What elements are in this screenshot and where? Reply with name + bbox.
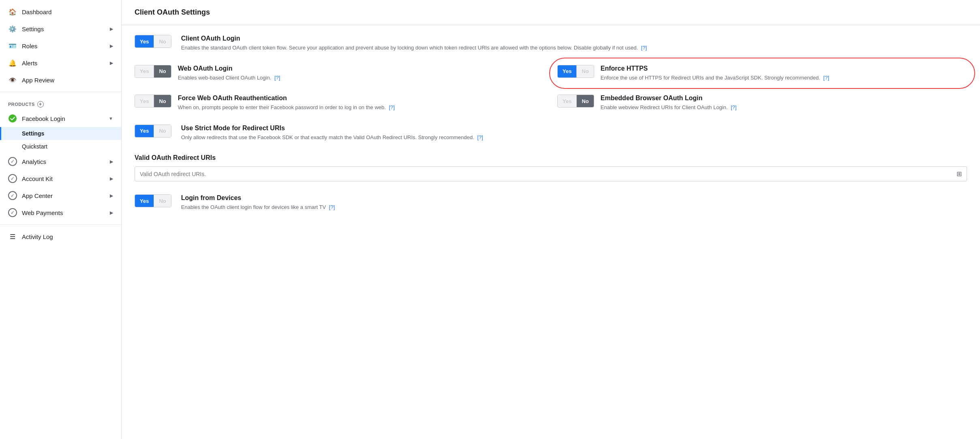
sidebar-item-label: Alerts: [22, 60, 110, 67]
divider: [0, 92, 121, 92]
setting-col-web-oauth: Yes No Web OAuth Login Enables web-based…: [135, 65, 544, 82]
setting-info-force-web-oauth: Force Web OAuth Reauthentication When on…: [178, 95, 544, 112]
sidebar-item-label: Dashboard: [22, 9, 113, 15]
roles-icon: 🪪: [8, 41, 17, 50]
toggle-web-oauth[interactable]: Yes No: [135, 65, 171, 78]
valid-uris-section: Valid OAuth Redirect URIs ⊞: [135, 154, 967, 181]
setting-title: Use Strict Mode for Redirect URIs: [181, 125, 967, 132]
setting-desc: Only allow redirects that use the Facebo…: [181, 133, 967, 142]
toggle-no-button[interactable]: No: [154, 65, 171, 78]
circle-check-icon: ✓: [8, 157, 17, 166]
toggle-strict-mode[interactable]: Yes No: [135, 125, 171, 138]
setting-desc: Enable webview Redirect URIs for Client …: [601, 103, 967, 112]
sidebar-item-label: Settings: [22, 26, 110, 32]
chevron-right-icon: ▶: [110, 210, 113, 215]
help-link[interactable]: [?]: [641, 45, 647, 51]
setting-title: Client OAuth Login: [181, 35, 967, 42]
toggle-yes-button[interactable]: Yes: [135, 65, 154, 78]
sidebar-item-label: Facebook Login: [22, 115, 109, 122]
help-link[interactable]: [?]: [329, 204, 335, 210]
chevron-right-icon: ▶: [110, 60, 113, 66]
sidebar-item-label: Activity Log: [22, 233, 113, 240]
toggle-login-devices[interactable]: Yes No: [135, 194, 171, 207]
main-content: Client OAuth Settings Yes No Client OAut…: [122, 0, 980, 439]
bell-icon: 🔔: [8, 58, 17, 67]
circle-check-icon: ✓: [8, 208, 17, 217]
setting-desc: Enables web-based Client OAuth Login. [?…: [178, 74, 544, 82]
setting-desc: Enforce the use of HTTPS for Redirect UR…: [601, 74, 967, 82]
toggle-no-button[interactable]: No: [154, 95, 171, 108]
sidebar-item-activity-log[interactable]: ☰ Activity Log: [0, 228, 121, 245]
eye-icon: 👁️: [8, 75, 17, 84]
toggle-embedded-browser[interactable]: Yes No: [557, 95, 594, 108]
setting-info-embedded-browser: Embedded Browser OAuth Login Enable webv…: [601, 95, 967, 112]
two-col-row-2: Yes No Force Web OAuth Reauthentication …: [135, 95, 967, 112]
sidebar-item-label: Analytics: [22, 158, 110, 165]
products-section-header: PRODUCTS +: [0, 95, 121, 110]
toggle-force-web-oauth[interactable]: Yes No: [135, 95, 171, 108]
setting-info-strict-mode: Use Strict Mode for Redirect URIs Only a…: [181, 125, 967, 142]
toggle-no-button[interactable]: No: [154, 194, 171, 207]
sidebar-item-facebook-login[interactable]: Facebook Login ▼: [0, 110, 121, 127]
setting-desc: When on, prompts people to enter their F…: [178, 103, 544, 112]
help-link[interactable]: [?]: [731, 104, 736, 110]
sidebar-item-analytics[interactable]: ✓ Analytics ▶: [0, 153, 121, 170]
setting-desc: Enables the standard OAuth client token …: [181, 44, 967, 52]
setting-row-strict-mode: Yes No Use Strict Mode for Redirect URIs…: [135, 125, 967, 142]
chevron-right-icon: ▶: [110, 159, 113, 164]
sidebar-item-label: App Review: [22, 77, 113, 84]
gear-icon: ⚙️: [8, 24, 17, 33]
toggle-no-button[interactable]: No: [154, 35, 171, 48]
toggle-yes-button[interactable]: Yes: [135, 35, 154, 48]
chevron-down-icon: ▼: [109, 116, 113, 121]
toggle-yes-button[interactable]: Yes: [135, 95, 154, 108]
help-link[interactable]: [?]: [823, 75, 829, 81]
sidebar-item-alerts[interactable]: 🔔 Alerts ▶: [0, 54, 121, 71]
setting-row-login-devices: Yes No Login from Devices Enables the OA…: [135, 194, 967, 211]
sidebar-item-account-kit[interactable]: ✓ Account Kit ▶: [0, 170, 121, 187]
toggle-client-oauth[interactable]: Yes No: [135, 35, 171, 48]
toggle-enforce-https[interactable]: Yes No: [557, 65, 594, 78]
settings-body: Yes No Client OAuth Login Enables the st…: [122, 25, 980, 234]
two-col-row-1: Yes No Web OAuth Login Enables web-based…: [135, 65, 967, 82]
sidebar-item-label: Web Payments: [22, 209, 110, 216]
toggle-no-button[interactable]: No: [577, 65, 593, 78]
sidebar-subitem-fl-quickstart[interactable]: Quickstart: [0, 140, 121, 153]
setting-col-embedded-browser: Yes No Embedded Browser OAuth Login Enab…: [557, 95, 967, 112]
sidebar-item-web-payments[interactable]: ✓ Web Payments ▶: [0, 204, 121, 221]
sidebar-item-app-center[interactable]: ✓ App Center ▶: [0, 187, 121, 204]
help-link[interactable]: [?]: [477, 134, 483, 140]
setting-info-client-oauth: Client OAuth Login Enables the standard …: [181, 35, 967, 52]
toggle-no-button[interactable]: No: [577, 95, 593, 108]
setting-info-enforce-https: Enforce HTTPS Enforce the use of HTTPS f…: [601, 65, 967, 82]
page-title: Client OAuth Settings: [122, 0, 980, 25]
sidebar-item-dashboard[interactable]: 🏠 Dashboard: [0, 3, 121, 20]
home-icon: 🏠: [8, 7, 17, 16]
toggle-yes-button[interactable]: Yes: [558, 95, 576, 108]
setting-title: Login from Devices: [181, 194, 967, 202]
sidebar-item-settings[interactable]: ⚙️ Settings ▶: [0, 20, 121, 37]
toggle-yes-button[interactable]: Yes: [558, 65, 576, 78]
products-label: PRODUCTS: [8, 102, 35, 107]
add-product-button[interactable]: +: [37, 101, 44, 108]
divider: [0, 224, 121, 225]
uri-input[interactable]: [140, 171, 956, 177]
toggle-yes-button[interactable]: Yes: [135, 125, 154, 138]
sidebar-item-roles[interactable]: 🪪 Roles ▶: [0, 37, 121, 54]
setting-title: Web OAuth Login: [178, 65, 544, 72]
setting-row-client-oauth: Yes No Client OAuth Login Enables the st…: [135, 35, 967, 52]
setting-col-enforce-https: Yes No Enforce HTTPS Enforce the use of …: [557, 65, 967, 82]
toggle-no-button[interactable]: No: [154, 125, 171, 138]
toggle-yes-button[interactable]: Yes: [135, 194, 154, 207]
help-link[interactable]: [?]: [389, 104, 394, 110]
setting-col-force-web-oauth: Yes No Force Web OAuth Reauthentication …: [135, 95, 544, 112]
help-link[interactable]: [?]: [274, 75, 280, 81]
circle-check-icon: ✓: [8, 191, 17, 200]
setting-title: Enforce HTTPS: [601, 65, 967, 72]
sidebar-item-app-review[interactable]: 👁️ App Review: [0, 71, 121, 88]
green-check-icon: [8, 114, 17, 123]
sidebar-item-label: Account Kit: [22, 175, 110, 182]
sidebar-subitem-fl-settings[interactable]: Settings: [0, 127, 121, 140]
circle-check-icon: ✓: [8, 174, 17, 183]
chevron-right-icon: ▶: [110, 176, 113, 181]
